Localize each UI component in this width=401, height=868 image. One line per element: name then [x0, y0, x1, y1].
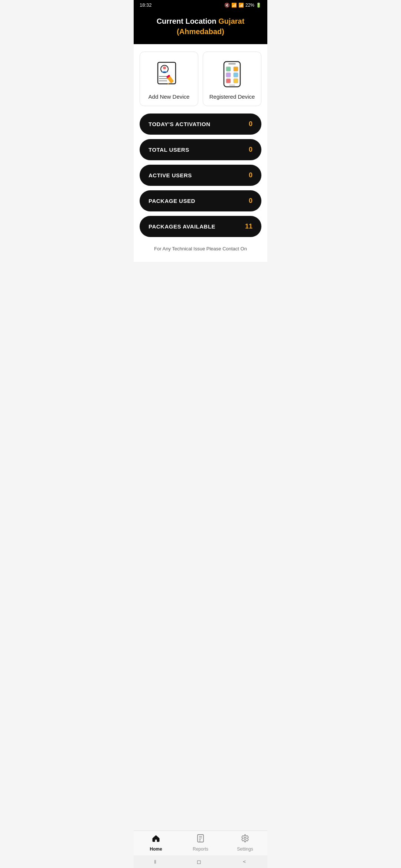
stats-list: TODAY'S ACTIVATION 0 TOTAL USERS 0 ACTIV…: [140, 114, 261, 237]
signal-icon: 📶: [238, 3, 244, 8]
status-bar: 18:32 🔇 📶 📶 22% 🔋: [134, 0, 267, 10]
mute-icon: 🔇: [224, 3, 230, 8]
registered-device-card[interactable]: Registered Device: [203, 52, 261, 106]
active-users-value: 0: [249, 171, 252, 179]
registered-device-icon: [217, 59, 247, 89]
svg-rect-11: [226, 67, 231, 71]
packages-available-label: PACKAGES AVAILABLE: [149, 223, 215, 230]
header-location-state: Gujarat: [218, 17, 244, 25]
svg-rect-12: [234, 67, 238, 71]
svg-point-2: [163, 66, 166, 69]
add-new-device-card[interactable]: Add New Device: [140, 52, 198, 106]
active-users-item[interactable]: ACTIVE USERS 0: [140, 165, 261, 186]
header: Current Location Gujarat (Ahmedabad): [134, 10, 267, 44]
footer-text: For Any Technical Issue Please Contact O…: [140, 243, 261, 254]
battery-text: 22%: [245, 3, 254, 8]
todays-activation-label: TODAY'S ACTIVATION: [149, 121, 210, 127]
main-content: Add New Device: [134, 44, 267, 262]
total-users-item[interactable]: TOTAL USERS 0: [140, 139, 261, 160]
svg-rect-14: [234, 73, 238, 77]
svg-rect-16: [234, 79, 238, 83]
todays-activation-value: 0: [249, 120, 252, 128]
add-device-icon: [154, 59, 184, 89]
active-users-label: ACTIVE USERS: [149, 172, 192, 178]
packages-available-value: 11: [245, 223, 252, 230]
header-location-city: (Ahmedabad): [177, 27, 224, 36]
total-users-value: 0: [249, 146, 252, 154]
package-used-value: 0: [249, 197, 252, 205]
add-new-device-label: Add New Device: [149, 93, 190, 100]
total-users-label: TOTAL USERS: [149, 147, 189, 153]
wifi-icon: 📶: [231, 3, 237, 8]
packages-available-item[interactable]: PACKAGES AVAILABLE 11: [140, 216, 261, 237]
svg-rect-10: [228, 63, 236, 65]
todays-activation-item[interactable]: TODAY'S ACTIVATION 0: [140, 114, 261, 135]
package-used-label: PACKAGE USED: [149, 198, 195, 204]
header-text-plain: Current Location: [157, 17, 219, 25]
svg-rect-15: [226, 79, 231, 83]
status-time: 18:32: [140, 2, 152, 8]
registered-device-label: Registered Device: [209, 93, 255, 100]
svg-rect-13: [226, 73, 231, 77]
svg-rect-17: [229, 85, 235, 86]
package-used-item[interactable]: PACKAGE USED 0: [140, 190, 261, 211]
status-icons: 🔇 📶 📶 22% 🔋: [224, 3, 261, 8]
device-cards-container: Add New Device: [140, 52, 261, 106]
battery-icon: 🔋: [256, 3, 261, 8]
